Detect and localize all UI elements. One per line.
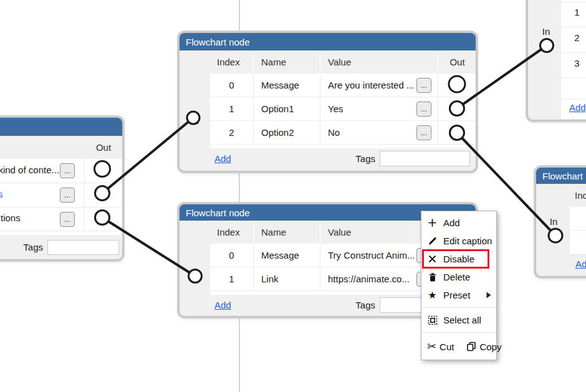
in-port-gutter: In	[180, 50, 210, 169]
panel-header[interactable]	[0, 118, 123, 136]
menu-item-add[interactable]: Add	[421, 214, 496, 232]
tags-label: Tags	[355, 153, 375, 164]
table-header-row: Index Name Value Out	[210, 50, 476, 74]
tags-label: Tags	[18, 242, 43, 252]
edit-value-button[interactable]: ...	[60, 163, 75, 178]
edit-value-button[interactable]: ...	[416, 78, 431, 93]
menu-item-preset[interactable]: ★ Preset	[421, 286, 496, 304]
x-icon	[427, 254, 438, 264]
in-port-label: In	[546, 216, 561, 227]
tags-input[interactable]	[380, 151, 470, 166]
panel-header[interactable]: Flowchart node	[536, 168, 586, 184]
row-separator	[561, 52, 586, 53]
node-table: Index Name Value Out 0 Message Are you i…	[210, 50, 476, 148]
out-port-cell	[438, 121, 476, 144]
menu-cut-copy-row: ✂ Cut Copy	[421, 336, 496, 357]
select-all-icon	[427, 315, 438, 325]
out-port-cell	[438, 97, 476, 120]
row-separator	[570, 254, 586, 255]
value-cell: Yes ...	[320, 97, 438, 120]
plus-icon	[427, 218, 438, 228]
index-cell: 0	[210, 74, 254, 97]
column-header-index: Index	[575, 190, 586, 201]
panel-title: Flowchart node	[542, 171, 586, 181]
index-cell: 2	[210, 121, 254, 144]
row-separator	[570, 230, 586, 231]
menu-item-copy[interactable]: Copy	[466, 342, 501, 352]
table-body	[570, 207, 586, 254]
in-port-label: In	[180, 272, 210, 282]
context-menu: Add Edit caption Disable Delete ★ Preset	[421, 211, 497, 360]
value-cell-text: No	[328, 127, 340, 138]
copy-icon	[466, 342, 476, 352]
edit-value-button[interactable]: ...	[416, 125, 431, 140]
column-header-index: Index	[210, 221, 254, 244]
add-row-link[interactable]: Add	[575, 259, 586, 269]
menu-item-delete[interactable]: Delete	[421, 268, 496, 286]
menu-item-select-all[interactable]: Select all	[421, 311, 496, 329]
table-row: tions ...	[0, 208, 123, 231]
panel-footer: Tags	[0, 235, 123, 260]
row-separator	[561, 99, 586, 100]
panel-header[interactable]: Flowchart node	[180, 33, 476, 50]
menu-separator	[421, 307, 496, 308]
flowchart-node-panel-left: Out kind of conte... ... s ... tions ...…	[0, 117, 123, 260]
name-cell: Message	[254, 74, 320, 97]
value-cell-text: s	[0, 189, 2, 199]
in-port-label: In	[539, 26, 554, 37]
menu-item-label: Disable	[443, 254, 474, 264]
value-cell: Are you interested ... ...	[320, 74, 438, 97]
edit-value-button[interactable]: ...	[416, 102, 431, 117]
name-cell: Option2	[254, 121, 320, 144]
scissors-icon: ✂	[427, 341, 436, 352]
value-cell-text: kind of conte...	[0, 165, 59, 175]
index-cell: 1	[210, 97, 254, 120]
table-header-row: Out	[0, 136, 123, 159]
edit-value-button[interactable]: ...	[60, 188, 75, 203]
menu-item-label: Copy	[479, 342, 501, 352]
flowchart-node-panel-top-right: 1 2 3 Add In	[527, 0, 586, 120]
menu-separator	[421, 332, 496, 333]
table-body: kind of conte... ... s ... tions ...	[0, 159, 123, 235]
in-port-label: In	[180, 115, 210, 126]
column-header-out: Out	[438, 50, 476, 74]
flowchart-node-panel-top: Flowchart node In Index Name Value Out 0…	[179, 32, 476, 171]
menu-item-disable[interactable]: Disable	[421, 250, 496, 268]
column-header-value: Value	[320, 50, 438, 74]
menu-item-label: Edit caption	[443, 236, 492, 246]
menu-item-label: Preset	[443, 290, 470, 300]
edit-value-button[interactable]: ...	[60, 212, 75, 227]
tags-label: Tags	[355, 300, 375, 310]
panel-title: Flowchart node	[186, 37, 250, 47]
column-header-name: Name	[254, 221, 320, 244]
table-row: 0 Message Are you interested ... ...	[210, 74, 476, 97]
trash-icon	[427, 272, 438, 282]
flowchart-node-panel-mid-right: Flowchart node Index Add In	[536, 167, 586, 277]
name-cell: Link	[254, 267, 320, 290]
row-separator	[561, 78, 586, 79]
in-port-gutter: In	[180, 221, 210, 315]
add-row-link[interactable]: Add	[569, 102, 586, 113]
star-icon: ★	[427, 290, 438, 300]
value-cell: No ...	[320, 121, 438, 144]
row-separator	[561, 2, 586, 2]
name-cell: Message	[254, 244, 320, 267]
menu-item-label: Add	[443, 218, 460, 228]
index-cell: 2	[561, 32, 586, 43]
index-cell: 3	[561, 58, 586, 69]
tags-input[interactable]	[47, 240, 119, 255]
add-row-link[interactable]: Add	[214, 153, 231, 164]
out-port-cell	[438, 74, 476, 97]
index-cell: 1	[210, 267, 254, 290]
submenu-arrow-icon	[486, 292, 491, 299]
column-header-out: Out	[84, 136, 123, 159]
value-cell-text: Yes	[328, 103, 343, 114]
add-row-link[interactable]: Add	[214, 300, 231, 310]
menu-item-cut[interactable]: ✂ Cut	[427, 341, 454, 352]
flowchart-canvas: Out kind of conte... ... s ... tions ...…	[0, 0, 586, 392]
menu-item-label: Select all	[443, 315, 481, 325]
pencil-icon	[427, 236, 438, 246]
table-row: s ...	[0, 183, 123, 208]
panel-title: Flowchart node	[186, 208, 250, 218]
menu-item-edit-caption[interactable]: Edit caption	[421, 232, 496, 250]
